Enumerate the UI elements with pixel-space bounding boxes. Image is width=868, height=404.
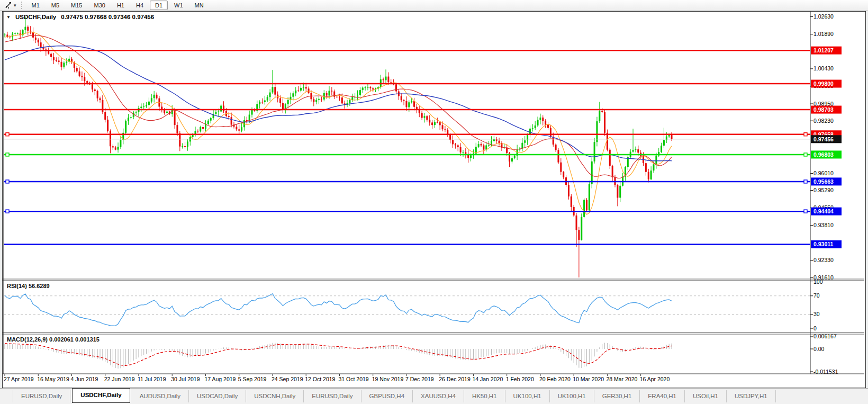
symbol-tab-bar: EURUSD,DailyUSDCHF,DailyAUDUSD,DailyUSDC… <box>0 388 868 404</box>
chart-tab-uk100-h1[interactable]: UK100,H1 <box>550 390 594 402</box>
price-badges: 1.012070.998000.987030.976580.974560.968… <box>811 47 842 248</box>
cursor-tool-button[interactable]: ▾ <box>3 1 19 10</box>
chart-tab-fra40-h1[interactable]: FRA40,H1 <box>640 390 685 402</box>
svg-text:30 Jul 2019: 30 Jul 2019 <box>171 376 200 382</box>
timeframe-button-w1[interactable]: W1 <box>169 1 188 10</box>
line-handle[interactable] <box>6 153 9 156</box>
chart-tab-hk50-h1[interactable]: HK50,H1 <box>464 390 505 402</box>
chart-tab-audusd-daily[interactable]: AUDUSD,Daily <box>132 390 189 402</box>
svg-text:17 Aug 2019: 17 Aug 2019 <box>204 376 236 382</box>
timeframe-button-m30[interactable]: M30 <box>89 1 111 10</box>
chart-title: ▼ USDCHF,Daily 0.97475 0.97668 0.97346 0… <box>6 14 154 20</box>
svg-text:0.96010: 0.96010 <box>813 170 834 176</box>
svg-text:0.93810: 0.93810 <box>813 222 834 228</box>
svg-text:0.95290: 0.95290 <box>813 187 834 193</box>
moving-average-slow <box>5 46 672 161</box>
chart-tab-xauusd-h4[interactable]: XAUUSD,H4 <box>413 390 464 402</box>
svg-text:26 Dec 2019: 26 Dec 2019 <box>439 376 471 382</box>
svg-text:1.01890: 1.01890 <box>813 31 834 37</box>
chart-tab-usoil-h1[interactable]: USOil,H1 <box>685 390 727 402</box>
moving-average-fast <box>5 32 672 214</box>
svg-text:0: 0 <box>813 325 817 331</box>
line-handle[interactable] <box>804 153 807 156</box>
timeframe-button-m1[interactable]: M1 <box>26 1 45 10</box>
tool-dropdown-icon[interactable]: ▾ <box>14 3 16 8</box>
macd-indicator-label: MACD(12,26,9) 0.002061 0.001315 <box>7 336 100 343</box>
line-handle[interactable] <box>804 133 807 136</box>
svg-text:28 Mar 2020: 28 Mar 2020 <box>606 376 637 382</box>
svg-text:70: 70 <box>813 292 820 299</box>
timeframe-button-d1[interactable]: D1 <box>150 1 168 10</box>
svg-text:0.94404: 0.94404 <box>813 208 834 214</box>
chart-tab-uk100-h1[interactable]: UK100,H1 <box>505 390 550 402</box>
macd-scale: 0.0061670.00-0.011531 <box>810 333 838 374</box>
chart-window[interactable]: 1.026301.018901.004300.996900.989500.982… <box>2 11 866 388</box>
macd-signal-line <box>5 344 672 366</box>
timeframe-buttons: M1M5M15M30H1H4D1W1MN <box>26 1 210 10</box>
line-handle[interactable] <box>6 133 9 136</box>
rsi-scale: 10070300 <box>4 279 823 331</box>
svg-text:19 Nov 2019: 19 Nov 2019 <box>372 376 404 382</box>
svg-text:1.01207: 1.01207 <box>813 47 834 53</box>
chart-tab-usdchf-daily[interactable]: USDCHF,Daily <box>72 388 130 403</box>
line-handle[interactable] <box>6 180 9 183</box>
svg-text:31 Oct 2019: 31 Oct 2019 <box>338 376 368 382</box>
chart-tab-ger30-h1[interactable]: GER30,H1 <box>594 390 640 402</box>
svg-text:30: 30 <box>813 311 820 317</box>
chart-tab-usdjpy-h1[interactable]: USDJPY,H1 <box>727 390 776 402</box>
chart-tab-gbpusd-h4[interactable]: GBPUSD,H4 <box>361 390 413 402</box>
svg-text:0.95663: 0.95663 <box>813 178 834 185</box>
svg-text:27 Apr 2019: 27 Apr 2019 <box>4 376 34 382</box>
svg-text:0.98703: 0.98703 <box>813 106 834 113</box>
line-handle[interactable] <box>804 210 807 213</box>
date-axis-labels: 27 Apr 201916 May 20194 Jun 201922 Jun 2… <box>4 374 670 382</box>
svg-text:11 Jul 2019: 11 Jul 2019 <box>138 376 166 382</box>
toolbar-grip <box>21 2 22 9</box>
svg-text:0.98230: 0.98230 <box>813 118 834 124</box>
top-toolbar: ▾ M1M5M15M30H1H4D1W1MN <box>0 0 868 11</box>
svg-text:16 Apr 2020: 16 Apr 2020 <box>640 376 670 382</box>
line-handle[interactable] <box>804 180 807 183</box>
svg-text:5 Sep 2019: 5 Sep 2019 <box>238 376 267 382</box>
svg-text:22 Jun 2019: 22 Jun 2019 <box>104 376 135 382</box>
timeframe-button-mn[interactable]: MN <box>189 1 209 10</box>
chart-tab-usdcad-daily[interactable]: USDCAD,Daily <box>189 390 246 402</box>
svg-text:1.02630: 1.02630 <box>813 13 834 20</box>
svg-text:0.92330: 0.92330 <box>813 257 834 263</box>
svg-text:7 Dec 2019: 7 Dec 2019 <box>405 376 434 382</box>
candlesticks <box>4 17 673 277</box>
collapse-chart-icon[interactable]: ▼ <box>6 15 11 20</box>
svg-text:24 Sep 2019: 24 Sep 2019 <box>272 376 303 382</box>
rsi-indicator-label: RSI(14) 56.6289 <box>7 283 50 289</box>
svg-text:100: 100 <box>813 279 823 285</box>
svg-text:20 Feb 2020: 20 Feb 2020 <box>539 376 571 382</box>
line-handle[interactable] <box>6 210 9 213</box>
timeframe-button-m15[interactable]: M15 <box>66 1 87 10</box>
svg-text:0.93011: 0.93011 <box>813 241 834 247</box>
svg-text:0.00: 0.00 <box>813 346 825 352</box>
svg-text:14 Jan 2020: 14 Jan 2020 <box>472 376 503 382</box>
rsi-line <box>5 294 672 326</box>
svg-text:0.97456: 0.97456 <box>813 136 834 142</box>
svg-text:0.99800: 0.99800 <box>813 80 834 87</box>
chart-tab-eurusd-daily[interactable]: EURUSD,Daily <box>304 390 361 402</box>
horizontal-levels <box>4 50 810 244</box>
svg-text:12 Oct 2019: 12 Oct 2019 <box>305 376 335 382</box>
chart-tab-usdcnh-daily[interactable]: USDCNH,Daily <box>246 390 304 402</box>
svg-text:10 Mar 2020: 10 Mar 2020 <box>573 376 604 382</box>
chart-symbol-label: USDCHF,Daily <box>15 14 56 20</box>
svg-text:1 Feb 2020: 1 Feb 2020 <box>506 376 534 382</box>
chart-tab-eurusd-daily[interactable]: EURUSD,Daily <box>13 390 70 402</box>
timeframe-button-h1[interactable]: H1 <box>112 1 130 10</box>
svg-text:16 May 2019: 16 May 2019 <box>37 376 69 382</box>
svg-text:1.00430: 1.00430 <box>813 65 834 71</box>
price-chart-canvas[interactable]: 1.026301.018901.004300.996900.989500.982… <box>3 12 864 387</box>
chart-ohlc-values: 0.97475 0.97668 0.97346 0.97456 <box>61 14 154 20</box>
crosshair-cursor-icon <box>5 2 12 9</box>
moving-average-mid <box>5 35 672 178</box>
timeframe-button-h4[interactable]: H4 <box>131 1 149 10</box>
timeframe-button-m5[interactable]: M5 <box>46 1 65 10</box>
svg-text:0.96803: 0.96803 <box>813 151 834 158</box>
svg-text:4 Jun 2019: 4 Jun 2019 <box>70 376 98 382</box>
